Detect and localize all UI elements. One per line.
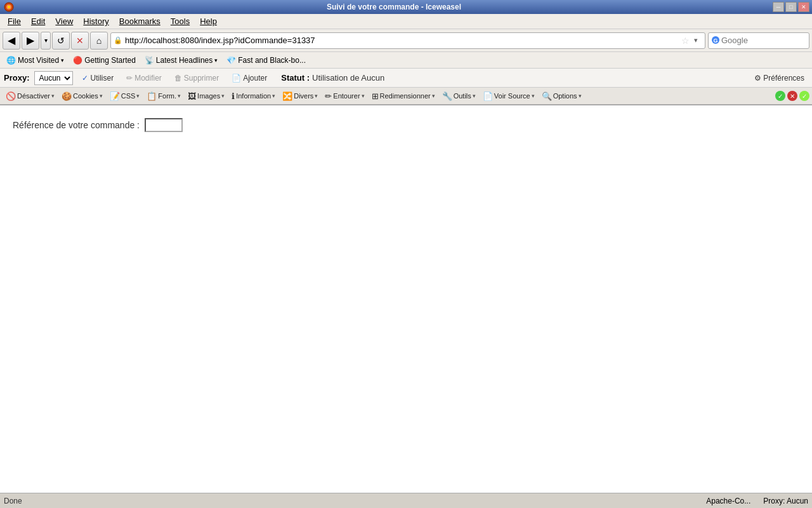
- information-icon: ℹ: [232, 91, 235, 101]
- url-dropdown-button[interactable]: ▾: [690, 36, 702, 44]
- status-check-green: ✓: [775, 91, 785, 101]
- form-arrow: ▾: [178, 93, 181, 99]
- menu-tools[interactable]: Tools: [166, 15, 195, 27]
- webdev-desactiver[interactable]: 🚫 Désactiver ▾: [3, 90, 58, 102]
- images-icon: 🖼: [188, 91, 196, 101]
- utiliser-icon: ✓: [82, 74, 88, 83]
- webdev-options[interactable]: 🔍 Options ▾: [539, 90, 585, 102]
- utiliser-label: Utiliser: [90, 74, 114, 83]
- statut-label: Statut :: [281, 73, 310, 83]
- url-security-icon: 🔒: [114, 36, 122, 44]
- ajouter-button[interactable]: 📄 Ajouter: [228, 72, 271, 84]
- modifier-icon: ✏: [126, 74, 133, 83]
- webdev-redimensionner[interactable]: ⊞ Redimensionner ▾: [369, 90, 438, 102]
- redimensionner-arrow: ▾: [432, 93, 435, 99]
- bookmarks-bar: 🌐 Most Visited ▾ 🔴 Getting Started 📡 Lat…: [0, 52, 812, 69]
- maximize-button[interactable]: □: [785, 2, 797, 12]
- search-input[interactable]: [721, 36, 812, 45]
- proxy-label: Proxy:: [4, 73, 29, 83]
- search-engine-label: G: [711, 36, 720, 46]
- entourer-icon: ✏: [325, 91, 332, 101]
- svg-point-2: [8, 6, 10, 8]
- supprimer-icon: 🗑: [174, 74, 182, 83]
- utiliser-button[interactable]: ✓ Utiliser: [78, 72, 117, 84]
- webdev-cookies[interactable]: 🍪 Cookies ▾: [58, 90, 106, 102]
- home-button[interactable]: ⌂: [90, 32, 108, 50]
- search-container: G 🔍: [708, 32, 809, 49]
- most-visited-icon: 🌐: [6, 56, 16, 65]
- titlebar: Suivi de votre commande - Iceweasel ─ □ …: [0, 0, 812, 14]
- url-input[interactable]: [125, 36, 679, 45]
- supprimer-label: Supprimer: [184, 74, 219, 83]
- stop-button[interactable]: ✕: [71, 32, 89, 50]
- navbar: ◀ ▶ ▾ ↺ ✕ ⌂ 🔒 ☆ ▾ G 🔍: [0, 29, 812, 52]
- outils-arrow: ▾: [473, 93, 476, 99]
- css-label: CSS: [121, 92, 136, 100]
- content-area: Référence de votre commande :: [0, 105, 812, 493]
- cookies-icon: 🍪: [62, 91, 72, 101]
- redimensionner-icon: ⊞: [372, 91, 379, 101]
- webdev-css[interactable]: 📝 CSS ▾: [107, 90, 143, 102]
- form-icon: 📋: [147, 91, 157, 101]
- fast-blackbo-icon: 💎: [226, 56, 236, 65]
- ajouter-icon: 📄: [232, 74, 241, 83]
- url-bar-container: 🔒 ☆ ▾: [110, 32, 705, 49]
- forward-dropdown-button[interactable]: ▾: [41, 32, 51, 50]
- bookmark-getting-started[interactable]: 🔴 Getting Started: [69, 55, 140, 66]
- close-button[interactable]: ✕: [798, 2, 809, 12]
- menu-file[interactable]: File: [3, 15, 26, 27]
- modifier-button[interactable]: ✏ Modifier: [122, 72, 166, 84]
- options-label: Options: [553, 92, 577, 100]
- status-x-red: ✕: [787, 91, 797, 101]
- preferences-label: Préférences: [763, 74, 804, 83]
- menu-history[interactable]: History: [78, 15, 114, 27]
- images-label: Images: [197, 92, 220, 100]
- voir-source-arrow: ▾: [532, 93, 535, 99]
- divers-arrow: ▾: [315, 93, 318, 99]
- outils-icon: 🔧: [442, 91, 452, 101]
- preferences-button[interactable]: ⚙ Préférences: [750, 72, 808, 84]
- forward-button[interactable]: ▶: [22, 32, 39, 50]
- most-visited-label: Most Visited: [18, 56, 59, 65]
- bookmark-star-icon[interactable]: ☆: [681, 36, 690, 46]
- menu-view[interactable]: View: [50, 15, 78, 27]
- webdev-voir-source[interactable]: 📄 Voir Source ▾: [480, 90, 538, 102]
- menu-edit[interactable]: Edit: [26, 15, 50, 27]
- back-button[interactable]: ◀: [3, 32, 20, 50]
- desactiver-label: Désactiver: [17, 92, 50, 100]
- options-icon: 🔍: [542, 91, 552, 101]
- outils-label: Outils: [454, 92, 471, 100]
- page-form: Référence de votre commande :: [13, 118, 799, 132]
- status-section: Statut : Utilisation de Aucun: [281, 73, 384, 83]
- status-check-lime: ✓: [799, 91, 809, 101]
- bookmark-most-visited[interactable]: 🌐 Most Visited ▾: [3, 55, 68, 66]
- webdev-entourer[interactable]: ✏ Entourer ▾: [322, 90, 367, 102]
- redimensionner-label: Redimensionner: [380, 92, 431, 100]
- window-title: Suivi de votre commande - Iceweasel: [15, 3, 773, 11]
- webdev-form[interactable]: 📋 Form. ▾: [143, 90, 184, 102]
- desactiver-icon: 🚫: [6, 91, 16, 101]
- webdev-status-icons: ✓ ✕ ✓: [775, 91, 809, 101]
- svg-text:G: G: [713, 37, 717, 44]
- webdev-outils[interactable]: 🔧 Outils ▾: [439, 90, 479, 102]
- divers-label: Divers: [294, 92, 313, 100]
- bookmark-latest-headlines[interactable]: 📡 Latest Headlines ▾: [141, 55, 221, 66]
- menu-help[interactable]: Help: [195, 15, 222, 27]
- commande-input[interactable]: [145, 118, 183, 132]
- latest-headlines-arrow: ▾: [214, 57, 218, 64]
- minimize-button[interactable]: ─: [773, 2, 784, 12]
- reload-button[interactable]: ↺: [52, 32, 70, 50]
- webdev-images[interactable]: 🖼 Images ▾: [185, 90, 228, 102]
- bookmark-fast-blackbo[interactable]: 💎 Fast and Black-bo...: [223, 55, 310, 66]
- webdev-information[interactable]: ℹ Information ▾: [228, 90, 278, 102]
- menubar: File Edit View History Bookmarks Tools H…: [0, 14, 812, 29]
- entourer-label: Entourer: [333, 92, 360, 100]
- css-arrow: ▾: [136, 93, 140, 99]
- cookies-label: Cookies: [73, 92, 98, 100]
- information-arrow: ▾: [272, 93, 275, 99]
- images-arrow: ▾: [221, 93, 225, 99]
- proxy-select[interactable]: Aucun: [34, 71, 73, 85]
- webdev-divers[interactable]: 🔀 Divers ▾: [279, 90, 321, 102]
- menu-bookmarks[interactable]: Bookmarks: [114, 15, 166, 27]
- supprimer-button[interactable]: 🗑 Supprimer: [171, 72, 223, 84]
